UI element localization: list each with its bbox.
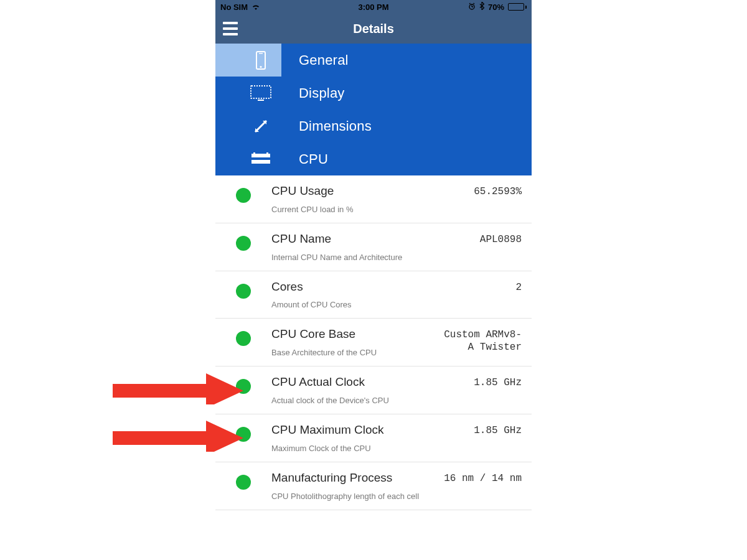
detail-value: 2 <box>428 280 522 294</box>
detail-row[interactable]: Manufacturing ProcessCPU Photolithograph… <box>215 462 532 510</box>
detail-title: Manufacturing Process <box>271 471 428 485</box>
clock-label: 3:00 PM <box>358 2 388 12</box>
carrier-label: No SIM <box>220 2 248 12</box>
svg-rect-9 <box>258 100 264 101</box>
app-screen: No SIM 3:00 PM <box>215 0 532 510</box>
svg-marker-20 <box>206 421 243 452</box>
svg-marker-18 <box>206 373 243 404</box>
svg-rect-8 <box>251 86 271 98</box>
svg-rect-17 <box>113 384 206 398</box>
detail-value: 1.85 GHz <box>428 423 522 437</box>
detail-row[interactable]: CPU NameInternal CPU Name and Architectu… <box>215 223 532 271</box>
page-title: Details <box>353 22 394 36</box>
status-dot-icon <box>236 284 251 299</box>
cpu-icon <box>215 142 281 175</box>
hamburger-icon <box>223 22 238 35</box>
details-list: CPU UsageCurrent CPU load in %65.2593%CP… <box>215 175 532 510</box>
annotation-arrow-icon <box>113 373 243 404</box>
detail-value: APL0898 <box>428 232 522 246</box>
svg-line-3 <box>469 3 471 4</box>
detail-title: CPU Actual Clock <box>271 375 428 390</box>
detail-subtitle: Maximum Clock of the CPU <box>271 444 428 453</box>
detail-row[interactable]: CPU UsageCurrent CPU load in %65.2593% <box>215 175 532 223</box>
annotation-arrow-icon <box>113 421 243 452</box>
svg-rect-19 <box>113 431 206 445</box>
detail-subtitle: Current CPU load in % <box>271 205 428 214</box>
status-dot-icon <box>236 188 251 203</box>
detail-row[interactable]: CoresAmount of CPU Cores2 <box>215 271 532 319</box>
display-icon <box>215 77 281 110</box>
detail-value: 65.2593% <box>428 184 522 198</box>
section-tab-label: Display <box>281 85 345 101</box>
dimensions-icon <box>215 110 281 142</box>
bluetooth-icon <box>479 2 484 12</box>
detail-title: CPU Name <box>271 232 428 246</box>
menu-button[interactable] <box>215 14 245 44</box>
detail-row[interactable]: CPU Actual ClockActual clock of the Devi… <box>215 366 532 414</box>
wifi-icon <box>251 4 260 11</box>
svg-rect-14 <box>251 160 270 164</box>
detail-title: Cores <box>271 280 428 294</box>
alarm-icon <box>468 2 476 12</box>
battery-icon <box>508 3 527 11</box>
section-tab-label: CPU <box>281 151 328 167</box>
detail-row[interactable]: CPU Maximum ClockMaximum Clock of the CP… <box>215 414 532 462</box>
section-tab[interactable]: Dimensions <box>240 110 532 142</box>
status-dot-icon <box>236 331 251 346</box>
status-dot-icon <box>236 236 251 251</box>
section-tabs: GeneralDisplayDimensionsCPU <box>215 44 532 175</box>
section-tab-label: Dimensions <box>281 118 372 134</box>
battery-percent-label: 70% <box>488 2 504 12</box>
detail-subtitle: Amount of CPU Cores <box>271 300 428 309</box>
nav-header: Details <box>215 14 532 44</box>
detail-row[interactable]: CPU Core BaseBase Architecture of the CP… <box>215 319 532 366</box>
detail-subtitle: Base Architecture of the CPU <box>271 348 428 357</box>
detail-value: 1.85 GHz <box>428 375 522 389</box>
section-tab[interactable]: CPU <box>240 142 532 175</box>
section-tab-label: General <box>281 52 349 68</box>
detail-subtitle: CPU Photolithography length of each cell <box>271 492 428 501</box>
detail-title: CPU Maximum Clock <box>271 423 428 437</box>
detail-title: CPU Core Base <box>271 327 428 342</box>
phone-icon <box>215 44 281 77</box>
svg-point-6 <box>260 65 261 67</box>
ios-status-bar: No SIM 3:00 PM <box>215 0 532 14</box>
detail-title: CPU Usage <box>271 184 428 198</box>
svg-rect-15 <box>253 152 255 155</box>
svg-rect-16 <box>266 152 268 155</box>
detail-value: 16 nm / 14 nm <box>428 471 522 485</box>
section-tab[interactable]: Display <box>240 77 532 110</box>
svg-line-4 <box>473 3 474 4</box>
status-dot-icon <box>236 475 251 490</box>
detail-subtitle: Internal CPU Name and Architecture <box>271 253 428 262</box>
detail-subtitle: Actual clock of the Device's CPU <box>271 396 428 405</box>
detail-value: Custom ARMv8- A Twister <box>428 327 522 353</box>
section-tab[interactable]: General <box>240 44 532 77</box>
